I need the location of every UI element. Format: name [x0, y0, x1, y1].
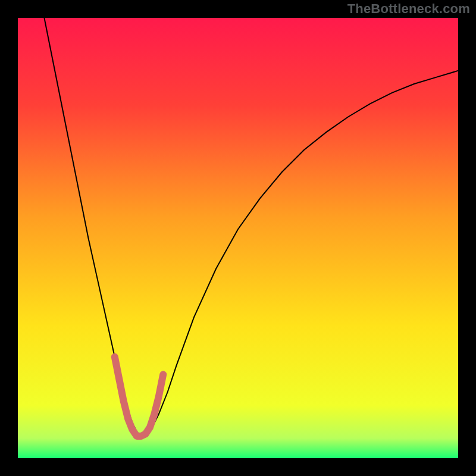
bottleneck-chart	[18, 18, 458, 458]
watermark-text: TheBottleneck.com	[347, 1, 470, 17]
plot-background	[18, 18, 458, 458]
chart-frame: TheBottleneck.com	[0, 0, 476, 476]
